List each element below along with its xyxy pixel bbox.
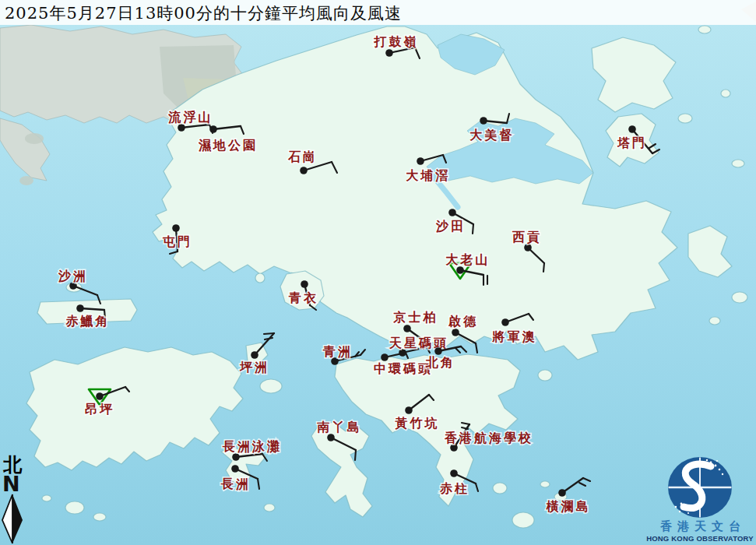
island-tung-lung [538, 370, 552, 381]
compass-letter: N [2, 472, 20, 496]
station-label: 塔門 [617, 135, 647, 150]
station-dot [628, 125, 636, 133]
station-label: 大埔滘 [406, 168, 451, 183]
station-dot [480, 117, 487, 125]
station-dot [558, 489, 566, 497]
island-deep-bay [19, 176, 33, 185]
station-label: 赤鱲角 [65, 314, 111, 329]
station-label: 京士柏 [393, 310, 438, 325]
station-dot [381, 353, 389, 361]
station-label: 南丫島 [317, 420, 362, 434]
station-dot [232, 453, 240, 461]
station-dot [172, 224, 180, 232]
station-label: 青洲 [322, 344, 353, 359]
station-dot [434, 347, 442, 355]
island-soko [42, 495, 51, 501]
station-dot [456, 266, 464, 274]
station-label: 坪洲 [239, 360, 269, 374]
station-dot [501, 318, 509, 326]
station-dot [403, 325, 411, 332]
wind-barb-feather [355, 450, 356, 460]
station-dot [385, 49, 393, 57]
hko-logo-name-zh: 香港天文台 [659, 519, 746, 533]
station-label: 黃竹坑 [395, 416, 440, 431]
station-dot [448, 209, 456, 216]
island-ne-small [721, 90, 730, 97]
map-canvas: 打鼓嶺流浮山濕地公園石崗大埔滘大美督塔門沙田屯門西貢大老山沙洲赤鱲角青衣京士柏啟… [0, 0, 756, 545]
station-dot [405, 406, 413, 414]
wind-map-screen: 打鼓嶺流浮山濕地公園石崗大埔滘大美督塔門沙田屯門西貢大老山沙洲赤鱲角青衣京士柏啟… [0, 0, 756, 545]
station-dot [450, 469, 458, 477]
station-label: 香港航海學校 [444, 431, 533, 445]
station-label: 赤柱 [439, 481, 469, 496]
station-dot [524, 244, 532, 251]
title-bar: 2025年5月27日13時00分的十分鐘平均風向及風速 [0, 0, 756, 25]
wind-barb-feather [473, 224, 473, 234]
station-label: 屯門 [162, 234, 192, 249]
island-po-toi [512, 512, 534, 528]
island-soko [93, 513, 106, 521]
station-label: 啟德 [448, 314, 478, 329]
station-label: 昂坪 [85, 402, 114, 417]
station-dot [76, 304, 84, 312]
island-south-small [264, 504, 275, 512]
station-dot [300, 167, 308, 174]
station-label: 沙田 [435, 219, 466, 234]
station-label: 濕地公園 [198, 138, 258, 153]
station-label: 長洲泳灘 [222, 439, 282, 454]
map-title: 2025年5月27日13時00分的十分鐘平均風向及風速 [0, 0, 756, 24]
island-ne-small [698, 26, 711, 33]
station-dot [96, 392, 104, 400]
station-dot [251, 351, 258, 359]
station-dot [327, 434, 335, 441]
station-label: 長洲 [220, 476, 251, 491]
station-label: 西貢 [512, 230, 542, 244]
station-label: 石崗 [287, 149, 318, 164]
station-label: 大美督 [470, 128, 515, 142]
island-deep-bay [25, 133, 44, 144]
station-label: 沙洲 [58, 269, 88, 283]
station-label: 大老山 [446, 252, 491, 267]
station-dot [231, 465, 239, 473]
island-south-small [540, 481, 550, 487]
station-dot [209, 125, 217, 133]
station-label: 流浮山 [168, 110, 213, 125]
station-label: 打鼓嶺 [374, 34, 419, 49]
island-hei-ling-chau [260, 379, 282, 393]
island-east-small [732, 292, 747, 303]
station-dot [178, 124, 185, 132]
station-label: 橫瀾島 [546, 499, 591, 514]
hko-logo-name-en: HONG KONG OBSERVATORY [646, 534, 754, 543]
island-east-small [709, 317, 720, 325]
island-soko [65, 501, 84, 514]
station-dot [301, 280, 308, 288]
station-label: 青衣 [288, 290, 318, 305]
island-south-small [493, 483, 507, 494]
island-ma-wan [255, 273, 265, 283]
wind-barb-feather [264, 333, 274, 334]
station-label: 將軍澳 [492, 329, 537, 344]
wind-barb-feather [543, 263, 544, 272]
island-ne-small [732, 160, 744, 167]
station-label: 中環碼頭 [374, 361, 433, 376]
island-ne-small [678, 114, 692, 123]
station-dot [452, 329, 459, 336]
station-label: 北角 [425, 355, 455, 370]
station-dot [417, 157, 424, 165]
